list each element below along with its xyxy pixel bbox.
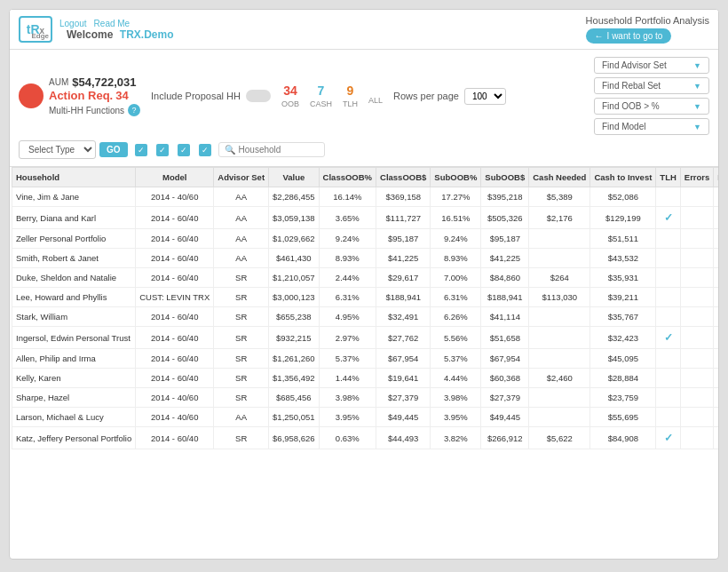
find-model-button[interactable]: Find Model ▼ xyxy=(594,118,709,135)
table-row[interactable]: Smith, Robert & Janet2014 - 60/40AA$461,… xyxy=(12,249,719,268)
goto-button[interactable]: ← I want to go to xyxy=(586,28,672,44)
table-cell: 2014 - 60/40 xyxy=(136,349,214,369)
table-cell xyxy=(656,307,680,327)
table-cell xyxy=(680,408,714,427)
table-cell: $111,727 xyxy=(376,207,431,229)
table-row[interactable]: Lee, Howard and PhyllisCUST: LEVIN TRXSR… xyxy=(12,288,719,307)
cash-checkbox[interactable]: ✓ xyxy=(156,144,169,156)
header-right: Household Portfolio Analysis ← I want to… xyxy=(586,15,709,44)
find-oob-arrow: ▼ xyxy=(693,102,701,111)
readme-link[interactable]: Read Me xyxy=(94,19,131,28)
table-cell: $35,767 xyxy=(590,307,656,327)
select-type-area: Select Type GO xyxy=(19,140,128,159)
rows-per-page: Rows per page 100 50 25 xyxy=(393,88,506,105)
table-cell: 2.97% xyxy=(319,327,376,349)
table-cell: 6.26% xyxy=(431,307,481,327)
table-cell xyxy=(680,288,714,307)
table-cell: 7.00% xyxy=(431,268,481,288)
table-cell: 9.24% xyxy=(319,229,376,249)
go-button[interactable]: GO xyxy=(99,142,128,157)
table-cell xyxy=(529,327,590,349)
all-checkbox-item: ✓ xyxy=(199,144,211,156)
oob-count: 34 xyxy=(283,83,297,98)
check-icon: ✓ xyxy=(664,432,673,444)
table-row[interactable]: Ingersol, Edwin Personal Trust2014 - 60/… xyxy=(12,327,719,349)
table-cell: ✓ xyxy=(656,207,680,229)
table-cell: $49,445 xyxy=(376,408,431,427)
table-cell: SR xyxy=(214,327,269,349)
include-proposal-toggle[interactable] xyxy=(246,90,271,102)
table-cell: 2014 - 40/60 xyxy=(136,408,214,427)
table-cell: $35,931 xyxy=(590,268,656,288)
help-button[interactable]: ? xyxy=(128,104,140,116)
all-checkbox[interactable]: ✓ xyxy=(199,144,211,156)
table-cell: 16.51% xyxy=(431,207,481,229)
find-model-label: Find Model xyxy=(602,122,645,131)
table-cell xyxy=(714,207,718,229)
action-req-label: Action Req. xyxy=(49,89,113,102)
table-cell: $49,445 xyxy=(481,408,529,427)
table-cell: 2014 - 60/40 xyxy=(136,369,214,388)
table-cell: Smith, Robert & Janet xyxy=(12,249,136,268)
find-advisor-arrow: ▼ xyxy=(693,61,701,70)
find-advisor-set-button[interactable]: Find Advisor Set ▼ xyxy=(594,57,709,74)
rows-per-page-select[interactable]: 100 50 25 xyxy=(464,88,506,105)
aum-indicator xyxy=(19,83,44,108)
table-cell: $655,238 xyxy=(269,307,320,327)
table-cell xyxy=(680,388,714,408)
table-cell: $1,356,492 xyxy=(269,369,320,388)
table-cell: $1,029,662 xyxy=(269,229,320,249)
col-cash-needed: Cash Needed xyxy=(529,168,590,187)
search-area: 🔍 xyxy=(218,142,325,157)
welcome-user: TRX.Demo xyxy=(120,28,174,41)
cash-count: 7 xyxy=(318,83,325,98)
find-oob-button[interactable]: Find OOB > % ▼ xyxy=(594,98,709,115)
table-row[interactable]: Duke, Sheldon and Natalie2014 - 60/40SR$… xyxy=(12,268,719,288)
tlh-checkbox[interactable]: ✓ xyxy=(178,144,190,156)
table-cell: $39,211 xyxy=(590,288,656,307)
table-cell: $44,493 xyxy=(376,427,431,449)
table-cell xyxy=(714,349,718,369)
logout-link[interactable]: Logout xyxy=(59,19,87,28)
table-cell xyxy=(656,229,680,249)
find-rebal-set-button[interactable]: Find Rebal Set ▼ xyxy=(594,77,709,94)
oob-checkbox-item: ✓ xyxy=(135,144,147,156)
table-row[interactable]: Stark, William2014 - 60/40SR$655,2384.95… xyxy=(12,307,719,327)
table-row[interactable]: Vine, Jim & Jane2014 - 40/60AA$2,286,455… xyxy=(12,187,719,207)
table-cell: $932,215 xyxy=(269,327,320,349)
arrow-icon: ← xyxy=(595,31,604,41)
table-cell: 4.95% xyxy=(319,307,376,327)
table-row[interactable]: Allen, Philip and Irma2014 - 60/40SR$1,2… xyxy=(12,349,719,369)
table-cell: 3.95% xyxy=(319,408,376,427)
table-row[interactable]: Kelly, Karen2014 - 60/40SR$1,356,4921.44… xyxy=(12,369,719,388)
table-cell: $2,176 xyxy=(529,207,590,229)
action-req-value: 34 xyxy=(115,89,128,102)
table-cell: ✓ xyxy=(656,427,680,449)
select-type-dropdown[interactable]: Select Type xyxy=(19,140,96,159)
oob-checkbox[interactable]: ✓ xyxy=(135,144,147,156)
table-cell: 4.44% xyxy=(431,369,481,388)
table-cell: 3.65% xyxy=(319,207,376,229)
table-cell xyxy=(656,388,680,408)
oob-section: 34 OOB 7 CASH 9 TLH ALL xyxy=(281,83,383,108)
table-cell: 2014 - 60/40 xyxy=(136,249,214,268)
table-cell: 3.98% xyxy=(319,388,376,408)
search-input[interactable] xyxy=(239,145,319,155)
table-cell: 3.98% xyxy=(431,388,481,408)
table-cell: $23,759 xyxy=(590,388,656,408)
table-row[interactable]: Larson, Michael & Lucy2014 - 40/60AA$1,2… xyxy=(12,408,719,427)
table-row[interactable]: Sharpe, Hazel2014 - 40/60SR$685,4563.98%… xyxy=(12,388,719,408)
table-cell xyxy=(656,288,680,307)
table-cell xyxy=(529,388,590,408)
col-value: Value xyxy=(269,168,320,187)
table-cell: 2014 - 60/40 xyxy=(136,229,214,249)
table-cell: Stark, William xyxy=(12,307,136,327)
table-cell: $84,908 xyxy=(590,427,656,449)
find-rebal-set-label: Find Rebal Set xyxy=(602,81,661,91)
table-row[interactable]: Zeller Personal Portfolio2014 - 60/40AA$… xyxy=(12,229,719,249)
table-row[interactable]: Katz, Jeffery Personal Portfolio2014 - 6… xyxy=(12,427,719,449)
table-row[interactable]: Berry, Diana and Karl2014 - 60/40AA$3,05… xyxy=(12,207,719,229)
table-cell: $188,941 xyxy=(481,288,529,307)
controls-row2: Select Type GO ✓ ✓ ✓ ✓ xyxy=(19,140,709,159)
table-cell xyxy=(714,229,718,249)
